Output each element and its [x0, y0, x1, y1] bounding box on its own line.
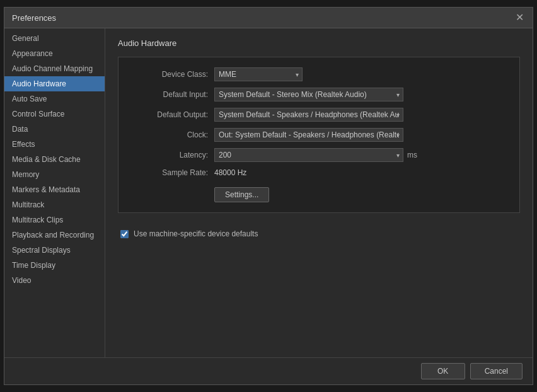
settings-btn-row: Settings...	[126, 183, 512, 202]
default-output-row: Default Output: System Default - Speaker…	[126, 108, 512, 122]
default-input-select-wrapper: System Default - Stereo Mix (Realtek Aud…	[214, 88, 403, 101]
sidebar-item-spectral-displays[interactable]: Spectral Displays	[4, 243, 105, 258]
clock-row: Clock: Out: System Default - Speakers / …	[126, 128, 512, 142]
latency-select[interactable]: 200	[214, 148, 403, 162]
dialog-title: Preferences	[12, 13, 56, 23]
clock-select-wrapper: Out: System Default - Speakers / Headpho…	[214, 128, 403, 142]
sidebar-item-playback-and-recording[interactable]: Playback and Recording	[4, 228, 105, 243]
sidebar-item-general[interactable]: General	[4, 31, 105, 46]
device-class-row: Device Class: MME ASIO WDM-KS	[126, 67, 512, 81]
sidebar-item-multitrack[interactable]: Multitrack	[4, 197, 105, 212]
default-output-select-wrapper: System Default - Speakers / Headphones (…	[214, 108, 403, 122]
settings-button[interactable]: Settings...	[214, 187, 269, 202]
checkbox-row: Use machine-specific device defaults	[118, 229, 520, 238]
sample-rate-row: Sample Rate: 48000 Hz	[126, 168, 512, 177]
device-class-select[interactable]: MME ASIO WDM-KS	[214, 67, 303, 81]
dialog-body: GeneralAppearanceAudio Channel MappingAu…	[4, 28, 533, 357]
machine-specific-checkbox[interactable]	[120, 230, 129, 238]
sample-rate-value: 48000 Hz	[214, 168, 246, 177]
sidebar-item-audio-hardware[interactable]: Audio Hardware	[4, 76, 105, 91]
main-content: Audio Hardware Device Class: MME ASIO WD…	[105, 28, 533, 357]
sidebar-item-data[interactable]: Data	[4, 122, 105, 137]
preferences-dialog: Preferences ✕ GeneralAppearanceAudio Cha…	[4, 7, 533, 385]
cancel-button[interactable]: Cancel	[470, 363, 523, 379]
default-input-label: Default Input:	[126, 90, 208, 99]
sample-rate-label: Sample Rate:	[126, 168, 208, 177]
form-area: Device Class: MME ASIO WDM-KS Default In…	[118, 57, 520, 213]
title-bar: Preferences ✕	[4, 8, 533, 28]
default-input-select[interactable]: System Default - Stereo Mix (Realtek Aud…	[214, 88, 403, 101]
clock-label: Clock:	[126, 130, 208, 139]
ok-button[interactable]: OK	[421, 363, 465, 379]
sidebar-item-markers--metadata[interactable]: Markers & Metadata	[4, 182, 105, 197]
sidebar-item-multitrack-clips[interactable]: Multitrack Clips	[4, 212, 105, 228]
machine-specific-label: Use machine-specific device defaults	[134, 229, 258, 238]
sidebar-item-audio-channel-mapping[interactable]: Audio Channel Mapping	[4, 61, 105, 76]
sidebar-item-auto-save[interactable]: Auto Save	[4, 91, 105, 107]
dialog-footer: OK Cancel	[4, 357, 533, 384]
latency-unit: ms	[407, 151, 417, 159]
latency-select-wrapper: 200	[214, 148, 403, 162]
sidebar-item-effects[interactable]: Effects	[4, 137, 105, 152]
sidebar-item-memory[interactable]: Memory	[4, 167, 105, 182]
close-button[interactable]: ✕	[514, 13, 525, 23]
device-class-select-wrapper: MME ASIO WDM-KS	[214, 67, 303, 81]
sidebar-item-time-display[interactable]: Time Display	[4, 258, 105, 273]
device-class-label: Device Class:	[126, 70, 208, 79]
clock-select[interactable]: Out: System Default - Speakers / Headpho…	[214, 128, 403, 142]
section-title: Audio Hardware	[118, 38, 520, 48]
sidebar: GeneralAppearanceAudio Channel MappingAu…	[4, 28, 105, 357]
default-input-row: Default Input: System Default - Stereo M…	[126, 88, 512, 101]
default-output-label: Default Output:	[126, 110, 208, 119]
latency-label: Latency:	[126, 151, 208, 159]
sidebar-item-appearance[interactable]: Appearance	[4, 46, 105, 61]
latency-row: Latency: 200 ms	[126, 148, 512, 162]
sidebar-item-control-surface[interactable]: Control Surface	[4, 107, 105, 122]
sidebar-item-video[interactable]: Video	[4, 273, 105, 288]
default-output-select[interactable]: System Default - Speakers / Headphones (…	[214, 108, 403, 122]
sidebar-item-media--disk-cache[interactable]: Media & Disk Cache	[4, 152, 105, 167]
